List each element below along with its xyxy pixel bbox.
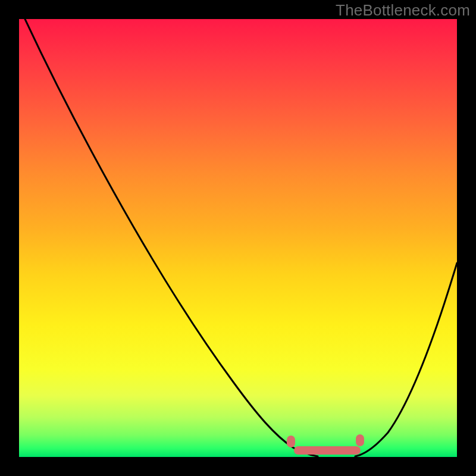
curve-right-limb xyxy=(355,263,457,456)
chart-plot-area xyxy=(19,19,457,457)
chart-frame: TheBottleneck.com xyxy=(0,0,476,476)
optimal-range-band xyxy=(294,446,361,455)
curve-left-limb xyxy=(25,19,318,456)
watermark-text: TheBottleneck.com xyxy=(336,1,470,20)
bottleneck-curve xyxy=(19,19,457,457)
optimal-end-marker xyxy=(356,434,364,446)
optimal-start-marker xyxy=(287,436,295,447)
